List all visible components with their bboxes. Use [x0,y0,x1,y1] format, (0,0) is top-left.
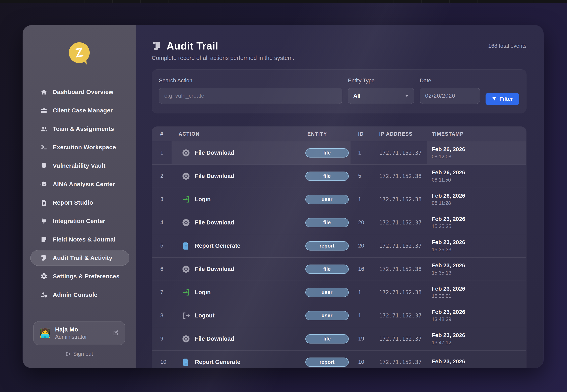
table-row[interactable]: 10 Report Generate report 10 172.71.152.… [152,350,526,368]
table-row[interactable]: 1 File Download file 1 172.71.152.37 Feb… [152,141,526,164]
download-icon [181,172,190,181]
sidebar-item-report-studio[interactable]: Report Studio [23,193,136,212]
sidebar-item-client-case-manager[interactable]: Client Case Manager [23,101,136,120]
download-icon [181,149,190,157]
entity-id: 19 [351,327,373,350]
ip-address: 172.71.152.38 [373,281,427,304]
action-cell: File Download [172,257,303,280]
sidebar-item-settings-preferences[interactable]: Settings & Preferences [23,267,136,286]
entity-id: 16 [351,257,373,280]
entity-id: 20 [351,234,373,257]
row-number: 6 [152,257,172,280]
download-icon [181,218,190,227]
table-row[interactable]: 7 Login user 1 172.71.152.38 Feb 23, 202… [152,280,526,304]
entity-cell: user [303,188,351,211]
table-row[interactable]: 8 Logout user 1 172.71.152.37 Feb 23, 20… [152,304,526,327]
ip-address: 172.71.152.37 [373,141,427,164]
action-label: Report Generate [195,359,240,365]
timestamp-time: 08:11:28 [432,200,451,206]
login-icon [181,195,190,204]
row-number: 8 [152,304,172,327]
entity-type-value: All [353,93,360,99]
action-label: Report Generate [195,242,240,249]
table-row[interactable]: 2 File Download file 5 172.71.152.38 Feb… [152,164,526,188]
date-value: 02/26/2026 [425,93,455,99]
sidebar-item-audit-trail-activity[interactable]: Audit Trail & Activity [23,249,136,267]
home-icon [40,88,47,96]
entity-badge: report [305,358,349,367]
table-row[interactable]: 3 Login user 1 172.71.152.38 Feb 26, 202… [152,188,526,211]
sidebar-item-field-notes-journal[interactable]: Field Notes & Journal [23,230,136,249]
action-cell: Report Generate [172,234,303,257]
table-row[interactable]: 5 Report Generate report 20 172.71.152.3… [152,234,526,257]
chevron-down-icon [405,95,409,97]
entity-id: 5 [351,165,373,188]
sidebar-item-admin-console[interactable]: Admin Console [23,286,136,304]
page-subtitle: Complete record of all actions performed… [152,55,526,61]
entity-cell: file [303,211,351,234]
action-cell: Login [172,281,303,304]
row-number: 1 [152,141,172,164]
date-input[interactable]: 02/26/2026 [420,88,480,104]
timestamp-date: Feb 26, 2026 [432,169,465,176]
entity-id: 1 [351,188,373,211]
timestamp-cell: Feb 26, 2026 08:11:50 [427,165,526,188]
sign-out-button[interactable]: Sign out [23,351,136,357]
timestamp-time: 15:35:13 [432,270,451,276]
page-title: Audit Trail [166,40,218,52]
sidebar-item-dashboard-overview[interactable]: Dashboard Overview [23,83,136,101]
action-label: File Download [195,173,234,179]
action-label: Login [195,289,211,296]
table-row[interactable]: 4 File Download file 20 172.71.152.37 Fe… [152,211,526,234]
page-header: Audit Trail 168 total events [152,40,526,52]
timestamp-date: Feb 26, 2026 [432,193,465,199]
search-action-label: Search Action [159,78,342,84]
action-label: File Download [195,150,234,156]
sidebar-item-integration-center[interactable]: Integration Center [23,212,136,230]
timestamp-date: Feb 26, 2026 [432,146,465,153]
report-icon [181,241,190,250]
search-action-input[interactable] [159,88,342,104]
timestamp-date: Feb 23, 2026 [432,358,465,365]
action-cell: File Download [172,165,303,188]
entity-type-select[interactable]: All [348,88,414,104]
table-row[interactable]: 9 File Download file 19 172.71.152.37 Fe… [152,327,526,350]
title-wrap: Audit Trail [152,40,218,52]
entity-type-group: Entity Type All [348,78,414,105]
timestamp-date: Feb 23, 2026 [432,262,465,269]
download-icon [181,335,190,343]
sidebar-item-team-assignments[interactable]: Team & Assignments [23,120,136,138]
table-body: 1 File Download file 1 172.71.152.37 Feb… [152,141,526,368]
timestamp-cell: Feb 23, 2026 15:35:13 [427,257,526,280]
ip-address: 172.71.152.37 [373,211,427,234]
ip-address: 172.71.152.37 [373,304,427,327]
sidebar: Z Dashboard Overview Client Case Manager… [23,25,136,368]
date-group: Date 02/26/2026 [420,78,480,105]
timestamp-date: Feb 23, 2026 [432,216,465,222]
scroll-icon [40,254,47,262]
sidebar-item-vulnerability-vault[interactable]: Vulnerability Vault [23,156,136,175]
action-label: File Download [195,266,234,272]
table-header-row: # ACTION ENTITY ID IP ADDRESS TIMESTAMP [152,127,526,141]
filter-button[interactable]: Filter [486,93,519,105]
date-label: Date [420,78,480,84]
table-row[interactable]: 6 File Download file 16 172.71.152.38 Fe… [152,257,526,280]
action-label: File Download [195,336,234,342]
timestamp-date: Feb 23, 2026 [432,286,465,292]
timestamp-time: 13:48:39 [432,316,451,322]
action-cell: File Download [172,211,303,234]
timestamp-cell: Feb 23, 2026 13:47:12 [427,327,526,350]
row-number: 5 [152,234,172,257]
entity-badge: user [305,195,349,204]
edit-profile-icon[interactable] [112,330,119,336]
ip-address: 172.71.152.37 [373,234,427,257]
app-logo: Z [66,40,92,67]
timestamp-cell: Feb 26, 2026 08:12:08 [427,141,526,164]
file-lines-icon [40,199,47,206]
sidebar-item-aina-analysis-center[interactable]: AINA Analysis Center [23,175,136,193]
sidebar-item-execution-workspace[interactable]: Execution Workspace [23,138,136,156]
logout-icon [181,311,190,320]
shield-icon [40,162,47,169]
report-icon [181,358,190,366]
entity-badge: file [305,334,349,344]
